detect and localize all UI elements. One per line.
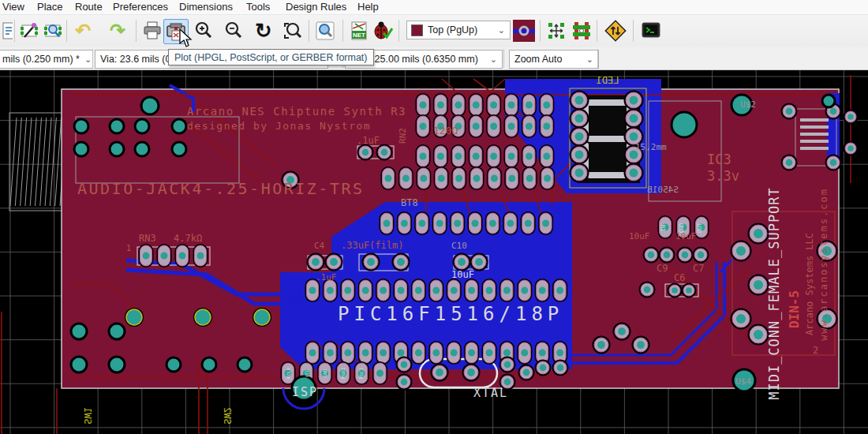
mount-pad — [166, 357, 181, 372]
mount-pad — [172, 142, 186, 156]
chevron-down-icon: ⌄ — [80, 54, 93, 65]
pcb-text: SW2 — [222, 407, 233, 425]
toolbar-separator — [309, 20, 309, 42]
pcb-text: 2 — [813, 345, 818, 356]
menu-place[interactable]: Place — [37, 1, 63, 13]
view-footprint-button[interactable] — [41, 19, 65, 43]
menu-preferences[interactable]: Preferences — [113, 1, 168, 13]
tooltip-text: Plot (HPGL, PostScript, or GERBER format… — [174, 52, 368, 63]
scripting-console-button[interactable] — [639, 19, 663, 43]
pcb-text: C4 — [314, 241, 325, 251]
pcb-text: PIC16F1516/18P — [338, 303, 563, 325]
pcb-text: GND — [679, 223, 685, 234]
toolbar-separator — [503, 49, 504, 68]
toolbar-separator — [342, 20, 343, 42]
menu-tools[interactable]: Tools — [246, 1, 270, 13]
pcb-text: RN3 — [139, 233, 156, 244]
pcb-text: 120Ω — [433, 125, 458, 137]
find-button[interactable] — [313, 19, 337, 43]
toolbar-separator — [66, 20, 67, 42]
pcb-text: C7 — [693, 263, 704, 274]
toolbar-separator — [597, 49, 598, 68]
redo-button[interactable]: ↷ — [106, 19, 129, 43]
netlist-button[interactable]: NET — [347, 19, 371, 43]
microwave-tools-button[interactable] — [604, 19, 627, 43]
edit-footprint-button[interactable] — [17, 19, 41, 43]
pcb-text: 10uF — [629, 231, 650, 241]
mount-pad — [202, 357, 216, 372]
mount-pad — [71, 324, 87, 339]
mount-pad — [110, 119, 124, 133]
mount-pad — [71, 357, 87, 372]
zoom-out-button[interactable] — [222, 19, 245, 43]
menu-dimensions[interactable]: Dimensions — [179, 1, 233, 13]
menu-view[interactable]: View — [2, 1, 24, 13]
pcb-text: .1uF — [357, 135, 380, 146]
pcb-text: GND — [322, 369, 327, 377]
cutoff-toolbar-button[interactable] — [0, 19, 14, 43]
mount-pad — [822, 95, 835, 107]
zoom-out-icon — [223, 21, 244, 41]
printer-icon — [142, 21, 163, 41]
mount-pad — [109, 357, 125, 372]
pcb-text: XTAL — [473, 386, 508, 400]
pcb-text: 15,2mm — [635, 142, 667, 152]
tracks-crossing-icon — [571, 21, 592, 41]
redo-icon: ↷ — [110, 21, 125, 40]
pcb-text: .1uF — [316, 272, 337, 282]
menu-help[interactable]: Help — [357, 1, 379, 13]
footprint-mode-button[interactable] — [544, 19, 568, 43]
pcb-text: C9 — [657, 263, 668, 274]
toolbar-separator — [92, 49, 93, 68]
svg-text:NET: NET — [353, 32, 365, 39]
zoom-selector[interactable]: Zoom Auto ⌄ — [509, 50, 599, 69]
drc-button[interactable] — [371, 19, 395, 43]
undo-button[interactable]: ↶ — [71, 19, 95, 43]
netlist-icon: NET — [349, 21, 369, 41]
pcb-text: 4.7kΩ — [174, 233, 202, 244]
terminal-icon — [641, 21, 661, 41]
toolbar-separator — [540, 20, 541, 42]
pcb-text: IC3 — [707, 152, 731, 167]
menu-route[interactable]: Route — [75, 1, 103, 13]
find-icon — [315, 21, 335, 41]
chevron-down-icon: ⌄ — [493, 25, 510, 36]
track-mode-button[interactable] — [570, 19, 593, 43]
pcb-text: 10uF — [451, 269, 474, 280]
mount-pad — [109, 324, 125, 339]
chevron-down-icon: ⌄ — [485, 54, 502, 65]
print-button[interactable] — [140, 19, 164, 43]
layer-selector[interactable]: Top (PgUp) ⌄ — [406, 21, 511, 39]
pcb-text: MIDI_CONN_FEMALE_SUPPORT — [766, 187, 782, 400]
pcb-text: VCC — [304, 369, 309, 377]
redraw-icon: ↻ — [255, 21, 272, 41]
pcb-text: AUDIO-JACK4-.25-HORIZ-TRS — [77, 179, 365, 198]
pcb-text: PGD1 — [340, 367, 346, 379]
footprint-move-icon — [546, 21, 567, 41]
track-width-value: mils (0.250 mm) * — [2, 54, 80, 65]
footprint-view-icon — [43, 21, 63, 41]
menu-design-rules[interactable]: Design Rules — [286, 1, 346, 13]
toolbar-separator — [14, 20, 15, 42]
redraw-button[interactable]: ↻ — [252, 19, 275, 43]
pcb-text: .33uF(film) — [341, 240, 403, 251]
slot-pad — [195, 309, 211, 325]
track-width-selector[interactable]: mils (0.250 mm) * ⌄ — [0, 50, 93, 69]
pcb-text: 3.3v — [707, 168, 739, 184]
zoom-in-icon — [193, 21, 214, 41]
plot-tooltip: Plot (HPGL, PostScript, or GERBER format… — [168, 49, 374, 65]
pcb-text: www.arcanosystems.com — [818, 188, 829, 341]
mount-pad — [135, 142, 149, 156]
zoom-value: Zoom Auto — [514, 54, 562, 65]
pcb-text: Arcano NES Chiptune Synth R3 — [187, 105, 406, 118]
zoom-fit-button[interactable] — [280, 19, 304, 43]
footprint-edit-icon — [19, 21, 39, 41]
pcb-text: BT8 — [401, 197, 418, 208]
layer-selector-value: Top (PgUp) — [428, 24, 477, 36]
pcb-text: 1 — [126, 244, 131, 253]
mount-pad — [172, 119, 186, 133]
mount-pad — [238, 357, 252, 372]
toolbar-separator — [398, 20, 399, 42]
slot-pad — [254, 309, 270, 325]
via-layer-toggle-button[interactable] — [513, 20, 535, 42]
